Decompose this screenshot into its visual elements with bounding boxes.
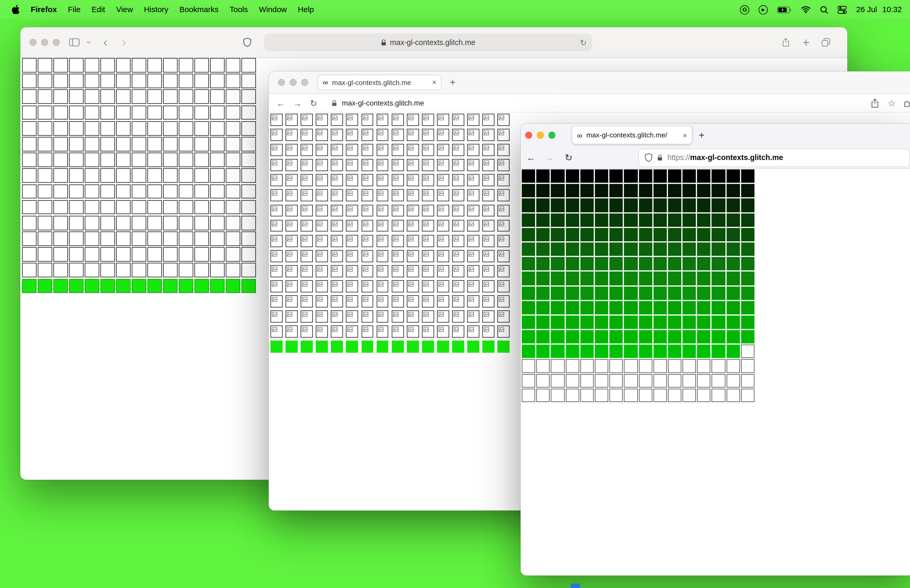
gl-canvas-cell (551, 170, 564, 183)
menu-date[interactable]: 26 Jul (856, 5, 877, 14)
url-text[interactable]: max-gl-contexts.glitch.me (342, 99, 424, 107)
close-window-button[interactable] (525, 132, 532, 139)
address-bar[interactable]: max-gl-contexts.glitch.me ↻ (264, 34, 592, 51)
close-window-button[interactable] (278, 79, 285, 86)
gl-canvas-cell (452, 129, 464, 141)
gl-canvas-cell (53, 121, 68, 136)
broken-image-icon (423, 281, 429, 287)
gl-canvas-cell (407, 265, 419, 277)
sidebar-icon[interactable] (69, 38, 79, 47)
broken-image-icon (317, 130, 323, 136)
battery-icon[interactable] (777, 6, 792, 13)
broken-image-icon (272, 145, 278, 151)
gl-canvas-cell (566, 345, 579, 358)
forward-icon[interactable]: › (122, 36, 126, 49)
menu-item-history[interactable]: History (144, 5, 168, 14)
menu-time[interactable]: 10:32 (883, 5, 902, 14)
gl-canvas-cell (609, 257, 623, 271)
gl-canvas-cell (116, 89, 131, 104)
g-badge-icon[interactable]: G (740, 5, 749, 14)
address-bar[interactable]: https:// max-gl-contexts.glitch.me (639, 149, 910, 166)
forward-icon[interactable]: → (545, 153, 554, 162)
menu-item-window[interactable]: Window (259, 5, 287, 14)
gl-canvas-cell (270, 235, 283, 247)
extensions-icon[interactable] (903, 99, 910, 108)
tracking-shield-icon[interactable] (645, 153, 653, 162)
broken-image-icon (378, 160, 383, 166)
zoom-window-button[interactable] (301, 79, 308, 86)
reload-icon[interactable]: ↻ (565, 153, 573, 162)
back-icon[interactable]: ← (526, 153, 535, 162)
reload-icon[interactable]: ↻ (310, 99, 317, 107)
zoom-window-button[interactable] (53, 39, 60, 46)
tab-close-icon[interactable]: × (432, 79, 436, 86)
new-tab-button[interactable]: + (699, 130, 705, 140)
share-icon[interactable] (781, 38, 791, 47)
new-tab-button[interactable]: + (803, 36, 810, 48)
privacy-shield-icon[interactable] (243, 38, 251, 47)
menu-app-name[interactable]: Firefox (31, 5, 57, 14)
gl-canvas-cell (163, 200, 178, 215)
tab-close-icon[interactable]: × (683, 131, 687, 139)
broken-image-icon (378, 221, 383, 227)
gl-canvas-cell (346, 114, 358, 126)
gl-canvas-cell (697, 359, 711, 373)
broken-image-icon (378, 191, 383, 196)
gl-canvas-cell (194, 153, 209, 167)
chevron-down-icon[interactable]: › (85, 41, 94, 44)
menu-item-help[interactable]: Help (298, 5, 314, 14)
gl-canvas-cell (53, 74, 68, 88)
active-tab[interactable]: ∞ max-gl-contexts.glitch.me/ × (572, 126, 692, 144)
menu-item-file[interactable]: File (68, 5, 81, 14)
reload-icon[interactable]: ↻ (580, 38, 587, 46)
now-playing-icon[interactable]: ▶ (759, 5, 768, 14)
menu-item-edit[interactable]: Edit (92, 5, 105, 14)
back-icon[interactable]: ← (276, 99, 285, 107)
menu-item-tools[interactable]: Tools (230, 5, 248, 14)
gl-canvas-cell (241, 89, 256, 104)
gl-canvas-cell (551, 316, 564, 329)
apple-menu-icon[interactable] (11, 5, 20, 15)
broken-image-icon (438, 145, 444, 151)
broken-image-icon (469, 221, 474, 227)
gl-canvas-cell (241, 58, 256, 73)
control-center-icon[interactable] (837, 5, 847, 14)
lock-icon[interactable] (657, 154, 663, 161)
spotlight-icon[interactable] (820, 5, 828, 14)
broken-image-icon (408, 130, 414, 136)
back-icon[interactable]: ‹ (103, 36, 107, 49)
broken-image-icon (332, 130, 338, 136)
new-tab-button[interactable]: + (450, 78, 456, 87)
dock-peek[interactable] (571, 583, 580, 588)
minimize-window-button[interactable] (537, 132, 544, 139)
menu-item-view[interactable]: View (116, 5, 133, 14)
forward-icon[interactable]: → (293, 99, 302, 107)
minimize-window-button[interactable] (289, 79, 296, 86)
gl-canvas-cell (69, 200, 84, 215)
active-tab[interactable]: ∞ max-gl-contexts.glitch.me × (318, 74, 442, 90)
gl-canvas-cell (38, 200, 52, 215)
tab-overview-icon[interactable] (821, 38, 831, 47)
gl-canvas-cell (210, 137, 224, 151)
gl-canvas-cell (346, 310, 358, 323)
gl-canvas-cell (741, 301, 754, 314)
gl-canvas-cell (116, 263, 131, 278)
menu-item-bookmarks[interactable]: Bookmarks (179, 5, 218, 14)
gl-canvas-cell (467, 144, 480, 156)
wifi-icon[interactable] (801, 6, 811, 13)
gl-canvas-cell (210, 247, 224, 262)
broken-image-icon (362, 236, 369, 242)
gl-canvas-cell (537, 374, 550, 388)
menu-bar-status: G ▶ 26 Jul 10:32 (740, 5, 902, 14)
gl-canvas-cell (422, 326, 434, 338)
gl-canvas-cell (210, 232, 224, 246)
close-window-button[interactable] (29, 39, 36, 46)
share-icon[interactable] (871, 99, 879, 108)
zoom-window-button[interactable] (548, 132, 555, 139)
minimize-window-button[interactable] (41, 39, 48, 46)
bookmark-star-icon[interactable]: ☆ (887, 99, 895, 107)
gl-canvas-cell (452, 144, 464, 156)
gl-canvas-cell (437, 189, 449, 202)
broken-image-icon (347, 205, 353, 212)
broken-image-icon (362, 267, 369, 272)
